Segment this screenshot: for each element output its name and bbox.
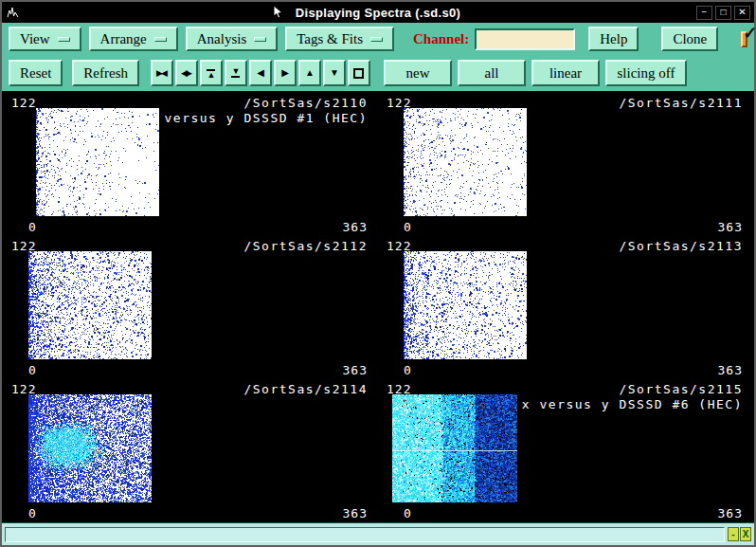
spectra-grid: 122 /SortSas/s2110 versus y DSSSD #1 (HE… [2,91,754,522]
spectrum-plot-canvas[interactable] [28,251,152,359]
clone-button[interactable]: Clone [661,27,718,51]
window-title: Displaying Spectra (.sd.s0) [2,6,754,20]
x-axis-min-label: 0 [28,363,37,377]
menu-arrange-label: Arrange [100,31,147,47]
spectrum-pane-s2114[interactable]: 122 /SortSas/s2114 0 363 [8,380,373,521]
help-button[interactable]: Help [588,27,639,51]
channel-label: Channel: [413,31,469,47]
x-axis-max-label: 363 [343,506,368,520]
full-view-icon[interactable] [348,60,370,86]
expand-horizontal-icon[interactable]: ◀▶ [175,60,198,86]
menu-tags-fits[interactable]: Tags & Fits [285,27,394,51]
down-triangle-icon: ▼ [232,68,241,75]
spectrum-pane-s2110[interactable]: 122 /SortSas/s2110 versus y DSSSD #1 (HE… [8,94,373,235]
x-axis-max-label: 363 [718,363,743,377]
app-window: Displaying Spectra (.sd.s0) − □ ✕ View A… [0,0,756,547]
x-axis-max-label: 363 [718,506,743,520]
linear-button-label: linear [549,65,582,82]
spectrum-title: /SortSas/s2112 [243,239,368,253]
menu-view[interactable]: View [9,27,81,51]
all-button-label: all [484,65,498,82]
bar-icon [231,76,240,78]
tags-toggle-checkbox[interactable]: ✓ [741,31,747,47]
spectrum-plot-canvas[interactable] [404,108,527,216]
pan-down-icon[interactable]: ▼ [323,60,346,86]
up-triangle-icon: ▲ [207,72,216,79]
scroll-to-bottom-icon[interactable]: ▼ [225,60,247,86]
spectrum-title: /SortSas/s2114 [243,382,368,396]
all-button[interactable]: all [458,60,526,86]
x-axis-min-label: 0 [28,220,37,234]
x-axis-max-label: 363 [718,220,743,234]
menu-tags-fits-label: Tags & Fits [297,31,363,47]
up-triangle-icon: ▲ [305,68,315,78]
slicing-off-button[interactable]: slicing off [605,60,687,86]
slicing-off-button-label: slicing off [618,65,675,82]
status-message [5,527,725,542]
spectrum-pane-s2112[interactable]: 122 /SortSas/s2112 0 363 [8,237,373,378]
contract-glyph: ▶◀ [156,68,166,78]
spectrum-pane-s2111[interactable]: 122 /SortSas/s2111 0 363 [383,94,748,235]
x-axis-min-label: 0 [404,220,412,234]
scroll-bottom-glyph: ▼ [231,68,240,79]
scroll-to-top-icon[interactable]: ▲ [200,60,223,86]
maximize-button[interactable]: □ [715,6,731,20]
contract-horizontal-icon[interactable]: ▶◀ [151,60,173,86]
new-button-label: new [405,65,429,82]
reset-button[interactable]: Reset [9,60,63,86]
x-axis-min-label: 0 [404,506,412,520]
option-menu-indicator [254,37,266,42]
right-triangle-icon: ▶ [281,68,289,78]
minimize-button[interactable]: − [696,6,712,20]
spectrum-pane-s2115[interactable]: 122 /SortSas/s2115 x versus y DSSSD #6 (… [383,380,748,521]
statusbar: - X [2,522,754,545]
x-axis-max-label: 363 [343,363,368,377]
x-axis-max-label: 363 [343,220,368,234]
status-corner-controls: - X [728,527,751,541]
x-axis-min-label: 0 [404,363,412,377]
spectrum-title: /SortSas/s2115 [619,382,743,396]
titlebar[interactable]: Displaying Spectra (.sd.s0) − □ ✕ [2,2,754,23]
linear-button[interactable]: linear [531,60,600,86]
reset-button-label: Reset [20,65,51,82]
left-triangle-icon: ◀ [257,68,264,78]
refresh-button-label: Refresh [83,65,128,82]
menu-analysis[interactable]: Analysis [186,27,279,51]
option-menu-indicator [154,37,167,42]
option-menu-indicator [58,37,70,42]
spectrum-title: /SortSas/s2111 [619,96,743,110]
spectrum-title: /SortSas/s2113 [619,239,743,253]
scroll-top-glyph: ▲ [207,68,215,79]
toolbar: Reset Refresh ▶◀ ◀▶ ▲ ▼ ◀ ▶ [2,55,754,91]
menu-analysis-label: Analysis [197,31,247,47]
menu-arrange[interactable]: Arrange [89,27,178,51]
close-button[interactable]: ✕ [734,6,750,20]
spectrum-subtitle: versus y DSSSD #1 (HEC) [164,111,368,125]
app-icon [7,6,20,19]
new-button[interactable]: new [384,60,452,86]
status-minimize-button[interactable]: - [728,527,739,541]
pan-right-icon[interactable]: ▶ [274,60,297,86]
spectrum-pane-s2113[interactable]: 122 /SortSas/s2113 0 363 [383,237,748,378]
mouse-cursor [273,5,283,20]
menu-view-label: View [20,31,50,47]
channel-input[interactable] [475,28,575,50]
pan-left-icon[interactable]: ◀ [249,60,272,86]
spectrum-title: /SortSas/s2110 [243,96,368,110]
square-icon [353,68,364,79]
checkmark-icon: ✓ [743,25,756,42]
spectrum-subtitle: x versus y DSSSD #6 (HEC) [522,397,743,411]
down-triangle-icon: ▼ [330,68,339,78]
pan-up-icon[interactable]: ▲ [298,60,321,86]
spectrum-plot-canvas[interactable] [392,394,517,502]
menubar: View Arrange Analysis Tags & Fits Channe… [2,23,754,55]
help-button-label: Help [600,31,627,47]
spectrum-plot-canvas[interactable] [28,394,152,502]
x-axis-min-label: 0 [28,506,37,520]
status-close-button[interactable]: X [740,527,751,541]
refresh-button[interactable]: Refresh [72,60,139,86]
spectrum-plot-canvas[interactable] [36,108,159,216]
spectrum-plot-canvas[interactable] [404,251,527,359]
y-axis-max-label: 122 [11,96,36,110]
clone-button-label: Clone [673,31,707,47]
